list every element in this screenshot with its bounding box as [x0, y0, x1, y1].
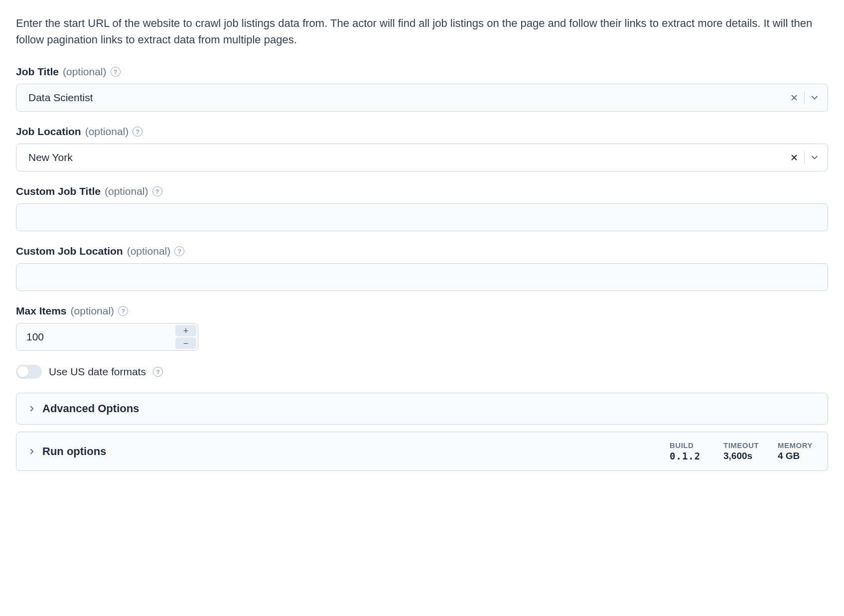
clear-icon[interactable]: [786, 90, 802, 106]
stepper-buttons: + −: [174, 323, 198, 350]
help-icon[interactable]: ?: [118, 306, 128, 316]
increment-button[interactable]: +: [175, 325, 196, 336]
custom-job-title-input[interactable]: [16, 203, 828, 231]
job-title-controls: [786, 90, 823, 106]
job-title-label: Job Title (optional) ?: [16, 66, 828, 78]
job-title-label-text: Job Title: [16, 66, 59, 78]
max-items-optional: (optional): [71, 305, 115, 317]
memory-meta: MEMORY 4 GB: [778, 441, 813, 462]
custom-job-title-optional: (optional): [105, 185, 148, 197]
job-title-value: Data Scientist: [28, 92, 786, 104]
timeout-value: 3,600s: [723, 451, 759, 462]
job-title-field: Job Title (optional) ? Data Scientist: [16, 66, 828, 112]
job-location-label-text: Job Location: [16, 126, 81, 138]
job-title-optional: (optional): [63, 66, 107, 78]
us-date-toggle-label: Use US date formats: [49, 366, 146, 378]
job-location-optional: (optional): [85, 126, 129, 138]
advanced-options-section[interactable]: Advanced Options: [16, 393, 828, 425]
form-description: Enter the start URL of the website to cr…: [16, 15, 828, 48]
job-title-select[interactable]: Data Scientist: [16, 84, 828, 112]
job-location-field: Job Location (optional) ? New York: [16, 126, 828, 171]
help-icon[interactable]: ?: [153, 367, 163, 377]
custom-job-location-field: Custom Job Location (optional) ?: [16, 245, 828, 291]
help-icon[interactable]: ?: [133, 127, 142, 137]
chevron-right-icon: [27, 404, 36, 413]
custom-job-title-label-text: Custom Job Title: [16, 185, 101, 197]
run-options-label: Run options: [42, 445, 106, 458]
job-location-select[interactable]: New York: [16, 144, 828, 171]
us-date-toggle[interactable]: [16, 365, 42, 379]
max-items-label: Max Items (optional) ?: [16, 305, 828, 317]
clear-icon[interactable]: [786, 150, 802, 165]
custom-job-location-label: Custom Job Location (optional) ?: [16, 245, 828, 257]
custom-job-location-optional: (optional): [127, 245, 171, 257]
build-meta: BUILD 0.1.2: [670, 441, 704, 462]
custom-job-location-label-text: Custom Job Location: [16, 245, 123, 257]
us-date-toggle-row: Use US date formats ?: [16, 365, 828, 379]
help-icon[interactable]: ?: [152, 186, 162, 196]
decrement-button[interactable]: −: [175, 337, 196, 349]
build-value: 0.1.2: [670, 451, 704, 462]
build-label: BUILD: [670, 441, 704, 450]
run-options-title: Run options: [27, 445, 670, 458]
max-items-field: Max Items (optional) ? + −: [16, 305, 828, 351]
chevron-right-icon: [27, 447, 36, 456]
job-location-label: Job Location (optional) ?: [16, 126, 828, 138]
separator: [804, 91, 805, 104]
timeout-meta: TIMEOUT 3,600s: [723, 441, 759, 462]
timeout-label: TIMEOUT: [723, 441, 759, 450]
advanced-options-title: Advanced Options: [27, 402, 817, 415]
chevron-down-icon[interactable]: [807, 90, 823, 106]
job-location-value: New York: [28, 152, 786, 163]
memory-value: 4 GB: [778, 451, 813, 462]
run-meta: BUILD 0.1.2 TIMEOUT 3,600s MEMORY 4 GB: [670, 441, 813, 462]
memory-label: MEMORY: [778, 441, 813, 450]
help-icon[interactable]: ?: [174, 246, 184, 256]
separator: [804, 151, 805, 164]
advanced-options-label: Advanced Options: [42, 402, 139, 415]
max-items-stepper: + −: [16, 323, 198, 351]
custom-job-location-input[interactable]: [16, 263, 828, 291]
run-options-section[interactable]: Run options BUILD 0.1.2 TIMEOUT 3,600s M…: [16, 432, 828, 471]
toggle-knob: [17, 366, 28, 377]
job-location-controls: [786, 150, 823, 165]
chevron-down-icon[interactable]: [807, 150, 823, 165]
custom-job-title-label: Custom Job Title (optional) ?: [16, 185, 828, 197]
help-icon[interactable]: ?: [111, 67, 121, 77]
custom-job-title-field: Custom Job Title (optional) ?: [16, 185, 828, 231]
max-items-input[interactable]: [16, 323, 174, 350]
max-items-label-text: Max Items: [16, 305, 67, 317]
